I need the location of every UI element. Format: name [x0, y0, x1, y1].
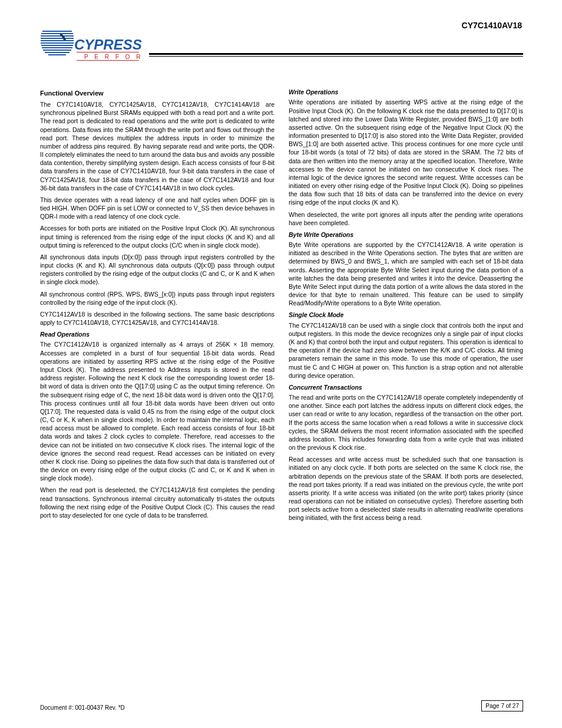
heading-concurrent: Concurrent Transactions [289, 383, 523, 391]
heading-read-operations: Read Operations [40, 330, 275, 338]
svg-rect-2 [41, 33, 73, 34]
heading-single-clock: Single Clock Mode [289, 311, 523, 319]
para: All synchronous data inputs (D[x:0]) pas… [40, 253, 275, 286]
svg-rect-10 [45, 52, 70, 53]
heading-write-operations: Write Operations [289, 88, 523, 96]
para: The read and write ports on the CY7C1412… [289, 393, 523, 452]
footer: Document #: 001-00437 Rev. *D Page 7 of … [40, 700, 523, 712]
para: All synchronous control (RPS, WPS, BWS_[… [40, 290, 275, 307]
svg-rect-8 [42, 47, 72, 48]
page: CYPRESS P E R F O R M CY7C1410AV18 Funct… [0, 0, 562, 728]
svg-rect-3 [41, 35, 74, 37]
heading-byte-write: Byte Write Operations [289, 230, 523, 239]
cypress-logo: CYPRESS P E R F O R M [40, 22, 143, 76]
header: CYPRESS P E R F O R M [40, 22, 523, 76]
heading-functional-overview: Functional Overview [40, 89, 275, 98]
para: Read accesses and write access must be s… [289, 455, 523, 522]
svg-rect-4 [41, 38, 74, 39]
para: When deselected, the write port ignores … [289, 210, 523, 227]
svg-rect-15 [77, 60, 139, 61]
svg-rect-1 [42, 31, 72, 32]
para: When the read port is deselected, the CY… [40, 486, 275, 519]
svg-rect-14 [77, 52, 139, 52]
para: CY7C1412AV18 is described in the followi… [40, 310, 275, 327]
svg-rect-11 [48, 54, 66, 55]
para: Write operations are initiated by assert… [289, 98, 523, 206]
para: The CY7C1410AV18, CY7C1425AV18, CY7C1412… [40, 100, 275, 192]
para: Accesses for both ports are initiated on… [40, 224, 275, 249]
svg-rect-9 [43, 50, 71, 51]
svg-rect-5 [41, 40, 74, 41]
svg-rect-6 [41, 42, 74, 44]
content-columns: Functional Overview The CY7C1410AV18, CY… [40, 84, 523, 525]
para: This device operates with a read latency… [40, 196, 275, 221]
para: Byte Write operations are supported by t… [289, 241, 523, 307]
part-number: CY7C1410AV18 [462, 20, 522, 31]
right-column: Write Operations Write operations are in… [289, 84, 523, 525]
footer-right: Page 7 of 27 [481, 700, 523, 712]
para: The CY7C1412AV18 can be used with a sing… [289, 321, 523, 380]
svg-text:CYPRESS: CYPRESS [74, 37, 142, 52]
left-column: Functional Overview The CY7C1410AV18, CY… [40, 84, 275, 525]
footer-left: Document #: 001-00437 Rev. *D [40, 704, 125, 712]
header-rule [149, 53, 523, 57]
svg-rect-7 [41, 45, 73, 46]
svg-text:P E R F O R M: P E R F O R M [84, 54, 143, 60]
para: The CY7C1412AV18 is organized internally… [40, 340, 275, 482]
